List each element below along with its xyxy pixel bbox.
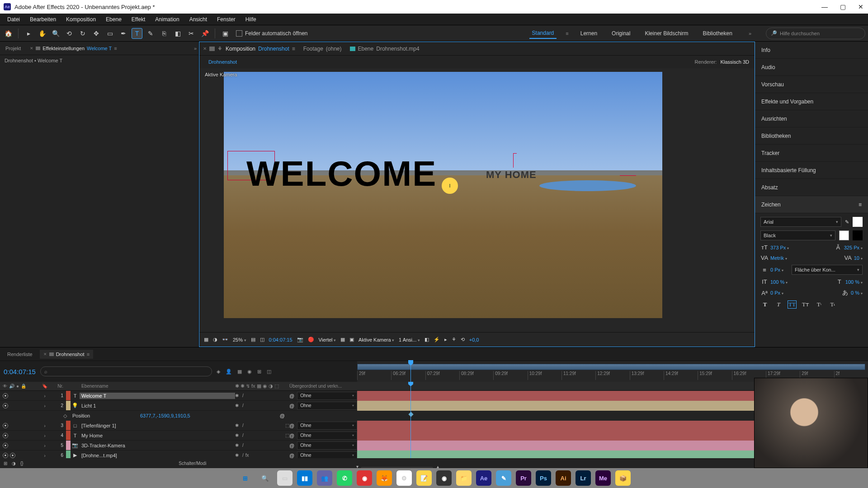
snap-icon[interactable]: ▣ <box>220 28 231 39</box>
visibility-toggle[interactable] <box>3 433 8 438</box>
layer-switches[interactable]: ✱/ <box>235 393 289 398</box>
layer-name[interactable]: [Drohne...t.mp4] <box>80 453 235 458</box>
panel-vorschau[interactable]: Vorschau <box>755 76 868 93</box>
menu-ansicht[interactable]: Ansicht <box>185 15 212 24</box>
parent-select[interactable]: Ohne <box>297 441 357 450</box>
panel-libraries[interactable]: Bibliotheken <box>755 127 868 145</box>
transparency-icon[interactable]: ▦ <box>340 337 345 343</box>
taskbar-app-blue[interactable]: ✎ <box>496 470 511 486</box>
pickwhip-icon[interactable]: @ <box>289 423 294 428</box>
minimize-button[interactable]: — <box>821 3 828 10</box>
layer-name[interactable]: 3D-Tracker-Kamera <box>80 443 235 448</box>
snapshot-icon[interactable]: 📷 <box>297 337 303 343</box>
hand-tool[interactable]: ✋ <box>37 28 47 39</box>
taskbar-me[interactable]: Me <box>595 470 611 486</box>
layer-switches[interactable]: ✱/ <box>235 403 289 408</box>
workspace-bibliotheken[interactable]: Bibliotheken <box>700 28 735 38</box>
layer-switches[interactable]: ✱/ <box>235 443 289 448</box>
visibility-toggle[interactable] <box>3 453 8 458</box>
menu-datei[interactable]: Datei <box>3 15 24 24</box>
zoom-select[interactable]: 25% <box>233 337 246 343</box>
type-tool[interactable]: T <box>132 28 142 39</box>
panel-paragraph[interactable]: Absatz <box>755 179 868 196</box>
tab-render-queue[interactable]: Renderliste <box>4 350 36 359</box>
frame-blend-icon[interactable]: ▦ <box>237 369 242 375</box>
brush-tool[interactable]: ✎ <box>145 28 156 39</box>
taskbar-teams[interactable]: 👥 <box>317 470 332 486</box>
bg-swatch[interactable] <box>853 230 863 240</box>
tab-layer[interactable]: Ebene Drohnenshot.mp4 <box>350 46 420 52</box>
taskbar-app-red[interactable]: ◉ <box>357 470 372 486</box>
taskbar-app-yellow[interactable]: 📝 <box>416 470 432 486</box>
taskbar-taskview[interactable]: ▭ <box>277 470 292 486</box>
allcaps-button[interactable]: TT <box>788 300 797 309</box>
orbit-tool[interactable]: ⟲ <box>64 28 75 39</box>
taskbar-obs[interactable]: ◉ <box>436 470 452 486</box>
channel-icon[interactable]: 🔴 <box>308 337 314 343</box>
tab-project[interactable]: Projekt <box>2 44 24 53</box>
pixel-aspect-icon[interactable]: ◧ <box>425 337 429 343</box>
parent-select[interactable]: Ohne <box>297 402 357 410</box>
panel-info[interactable]: Info <box>755 42 868 59</box>
menu-animation[interactable]: Animation <box>151 15 184 24</box>
close-icon[interactable]: ✕ <box>203 46 207 51</box>
layer-name[interactable]: Licht 1 <box>80 403 235 408</box>
layer-name[interactable]: My Home <box>80 433 235 438</box>
parent-select[interactable]: Ohne <box>297 392 357 400</box>
expand-toggle[interactable]: › <box>39 403 51 408</box>
tab-composition[interactable]: ✕ ⚘ Komposition Drohnenshot ≡ <box>203 46 295 52</box>
tsume-field[interactable]: 0 % <box>851 290 863 296</box>
pickwhip-icon[interactable]: @ <box>289 393 294 399</box>
label-color[interactable] <box>66 431 71 440</box>
selection-tool[interactable]: ▸ <box>23 28 34 39</box>
workspace-lernen[interactable]: Lernen <box>578 28 600 38</box>
quality-select[interactable]: Viertel <box>319 337 336 343</box>
stroke-swatch[interactable] <box>839 230 849 240</box>
layer-row[interactable]: ›3□[Tiefenfänger 1]✱/⬚@Ohne <box>0 421 357 431</box>
renderer-label[interactable]: Renderer:Klassisch 3D <box>695 59 750 65</box>
layer-name[interactable]: Welcome T <box>80 393 235 399</box>
camera-select[interactable]: Aktive Kamera <box>359 337 394 343</box>
property-row[interactable]: ◇Position6377,7,-1590,9,1910,5@ <box>0 411 357 421</box>
layer-name[interactable]: [Tiefenfänger 1] <box>80 423 235 428</box>
label-color[interactable] <box>66 391 71 400</box>
visibility-toggle[interactable] <box>3 393 8 399</box>
text-layer-myhome[interactable]: MY HOME <box>486 169 537 181</box>
subscript-button[interactable]: T₁ <box>828 300 837 309</box>
italic-button[interactable]: T <box>774 300 783 309</box>
roi-icon[interactable]: ◫ <box>260 337 264 343</box>
stroke-width-field[interactable]: 0 Px <box>770 267 783 272</box>
comp-chip[interactable]: Drohnenshot <box>205 58 241 66</box>
roto-tool[interactable]: ✂ <box>186 28 197 39</box>
timeline-search[interactable]: ⌕ <box>40 366 212 376</box>
taskbar-app-gold[interactable]: 📦 <box>615 470 631 486</box>
taskbar-ps[interactable]: Ps <box>536 470 551 486</box>
pickwhip-icon[interactable]: @ <box>280 413 285 418</box>
timeline-timecode[interactable]: 0:04:07:15 <box>4 368 36 375</box>
pickwhip-icon[interactable]: @ <box>289 443 294 448</box>
comp-mini-icon[interactable]: ◈ <box>217 369 220 375</box>
views-select[interactable]: 1 Ansi... <box>399 337 420 343</box>
panel-align[interactable]: Ausrichten <box>755 110 868 127</box>
playhead-line[interactable] <box>410 382 411 458</box>
motion-blur-icon[interactable]: ◉ <box>247 369 252 375</box>
guides-icon[interactable]: ▣ <box>349 337 354 343</box>
graph-icon[interactable]: ⊞ <box>257 369 261 375</box>
solo-col-icon[interactable]: ● <box>16 384 19 389</box>
work-area-bar[interactable] <box>357 364 865 370</box>
layer-row[interactable]: ›2💡Licht 1✱/@Ohne <box>0 401 357 411</box>
leading-field[interactable]: 325 Px <box>844 245 863 250</box>
eyedropper-icon[interactable]: ✎ <box>845 219 849 225</box>
flowchart-icon[interactable]: ⚘ <box>217 46 223 52</box>
font-size-field[interactable]: 373 Px <box>770 245 789 250</box>
parent-select[interactable]: Ohne <box>297 432 357 440</box>
taskbar-firefox[interactable]: 🦊 <box>377 470 392 486</box>
hscale-field[interactable]: 100 % <box>845 279 863 285</box>
maximize-button[interactable]: ▢ <box>839 3 846 10</box>
menu-fenster[interactable]: Fenster <box>212 15 240 24</box>
fill-swatch[interactable] <box>853 217 863 227</box>
shy-col-icon[interactable]: 🔖 <box>39 384 51 389</box>
draft3d-icon[interactable]: ◫ <box>267 369 271 375</box>
layer-row[interactable]: ›4TMy Home✱/⬚@Ohne <box>0 431 357 441</box>
layer-switches[interactable]: ✱/⬚ <box>235 423 289 428</box>
